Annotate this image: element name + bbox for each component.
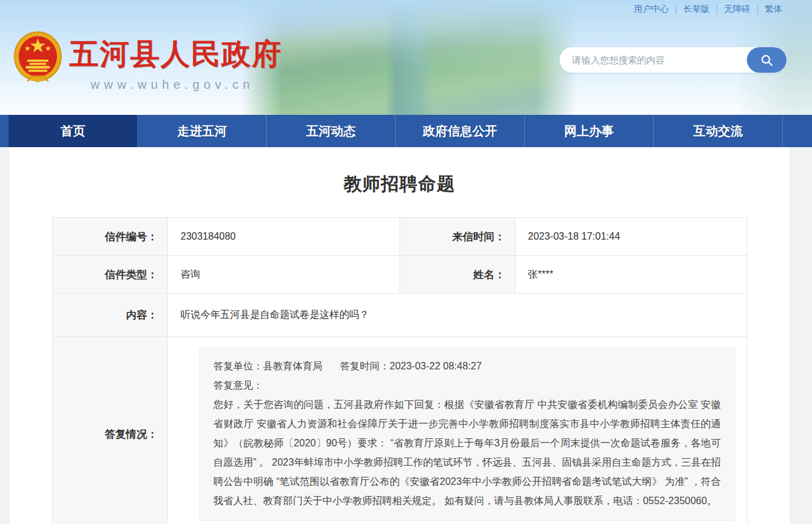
nav-item-about-wuhe[interactable]: 走进五河 <box>138 115 267 147</box>
letter-detail-table: 信件编号： 2303184080 来信时间： 2023-03-18 17:01:… <box>52 217 747 524</box>
letter-content-value: 听说今年五河县是自命题试卷是这样的吗？ <box>168 294 747 337</box>
nav-item-gov-info-disclosure[interactable]: 政府信息公开 <box>396 115 525 147</box>
reply-meta: 答复单位：县教育体育局答复时间：2023-03-22 08:48:27 <box>213 356 721 376</box>
reply-time-value: 2023-03-22 08:48:27 <box>390 361 482 371</box>
brand-text: 五河县人民政府 www.wuhe.gov.cn <box>69 30 282 92</box>
topbar-link-user-center[interactable]: 用户中心 <box>634 4 669 15</box>
reply-opinion-label: 答复意见： <box>213 376 721 395</box>
topbar-separator: | <box>756 4 759 14</box>
search-input[interactable] <box>560 47 747 73</box>
reply-status-label: 答复情况： <box>53 337 168 524</box>
table-row: 内容： 听说今年五河县是自命题试卷是这样的吗？ <box>53 294 747 337</box>
search-button[interactable] <box>747 47 787 73</box>
content-wrapper: 教师招聘命题 信件编号： 2303184080 来信时间： 2023-03-18… <box>0 147 812 524</box>
nav-item-wuhe-news[interactable]: 五河动态 <box>267 115 396 147</box>
reply-unit-label: 答复单位： <box>213 361 263 371</box>
table-row: 信件编号： 2303184080 来信时间： 2023-03-18 17:01:… <box>53 218 747 256</box>
nav-item-interaction[interactable]: 互动交流 <box>654 115 783 147</box>
search-icon <box>760 53 774 67</box>
table-row: 信件类型： 咨询 姓名： 张**** <box>53 256 747 294</box>
topbar-link-elder-version[interactable]: 长辈版 <box>684 4 710 15</box>
reply-box: 答复单位：县教育体育局答复时间：2023-03-22 08:48:27 答复意见… <box>199 348 735 521</box>
page: 用户中心 | 长辈版 | 无障碍 | 繁体 <box>0 0 812 524</box>
sender-name-value: 张**** <box>515 256 747 294</box>
letter-time-value: 2023-03-18 17:01:44 <box>515 218 747 256</box>
site-header: 用户中心 | 长辈版 | 无障碍 | 繁体 <box>0 0 812 115</box>
topbar-separator: | <box>716 4 718 14</box>
topbar-separator: | <box>675 4 677 14</box>
search-bar <box>560 47 787 73</box>
letter-number-label: 信件编号： <box>53 218 168 256</box>
letter-content-label: 内容： <box>53 294 168 337</box>
nav-item-home[interactable]: 首页 <box>9 115 138 147</box>
reply-time-label: 答复时间： <box>340 361 390 371</box>
site-logo[interactable]: 五河县人民政府 www.wuhe.gov.cn <box>11 30 282 92</box>
reply-body-text: 您好，关于您咨询的问题，五河县政府作如下回复：根据《安徽省教育厅 中共安徽省委机… <box>213 395 721 510</box>
site-url: www.wuhe.gov.cn <box>69 78 282 92</box>
main-nav: 首页 走进五河 五河动态 政府信息公开 网上办事 互动交流 <box>0 115 812 147</box>
sender-name-label: 姓名： <box>400 256 515 294</box>
nav-item-online-services[interactable]: 网上办事 <box>525 115 654 147</box>
reply-status-cell: 答复单位：县教育体育局答复时间：2023-03-22 08:48:27 答复意见… <box>168 337 747 524</box>
page-title: 教师招聘命题 <box>52 172 747 197</box>
letter-type-label: 信件类型： <box>53 256 168 294</box>
letter-number-value: 2303184080 <box>168 218 400 256</box>
topbar-link-accessibility[interactable]: 无障碍 <box>724 4 750 15</box>
letter-detail-card: 教师招聘命题 信件编号： 2303184080 来信时间： 2023-03-18… <box>9 147 790 524</box>
letter-type-value: 咨询 <box>168 256 400 294</box>
topbar: 用户中心 | 长辈版 | 无障碍 | 繁体 <box>0 0 812 19</box>
topbar-link-traditional-chinese[interactable]: 繁体 <box>765 4 782 15</box>
national-emblem-icon <box>11 30 65 89</box>
site-title: 五河县人民政府 <box>69 35 282 74</box>
table-row: 答复情况： 答复单位：县教育体育局答复时间：2023-03-22 08:48:2… <box>53 337 747 524</box>
letter-time-label: 来信时间： <box>400 218 515 256</box>
reply-unit-value: 县教育体育局 <box>263 361 323 371</box>
